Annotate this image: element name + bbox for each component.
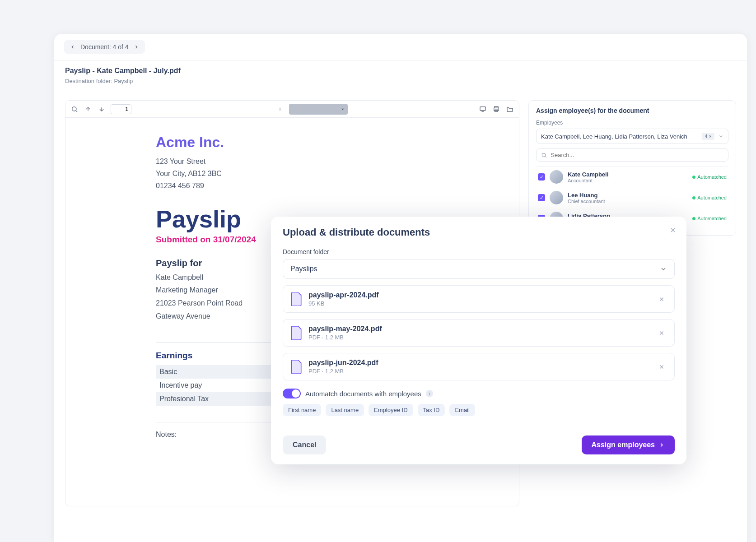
chevron-down-icon [718, 134, 723, 139]
page-number-input[interactable] [111, 104, 131, 114]
zoom-dropdown[interactable] [289, 104, 348, 115]
present-icon[interactable] [478, 105, 487, 114]
file-row: payslip-jun-2024.pdf PDF · 1.2 MB [283, 353, 675, 380]
assign-panel-title: Assign employee(s) for the document [536, 107, 728, 114]
search-icon [541, 152, 547, 158]
zoom-out-icon[interactable]: − [262, 105, 271, 114]
employee-role: Chief accountant [568, 199, 605, 204]
page-up-icon[interactable] [84, 105, 93, 114]
page-down-icon[interactable] [97, 105, 106, 114]
employee-checkbox[interactable]: ✓ [538, 194, 545, 201]
folder-label: Document folder [283, 248, 675, 255]
company-address: 123 Your Street Your City, AB12 3BC 0123… [156, 155, 429, 192]
criteria-pill[interactable]: Last name [326, 404, 364, 416]
employee-row[interactable]: ✓ Lee Huang Chief accountant Automatched [536, 187, 728, 208]
selected-employees-text: Kate Campbell, Lee Huang, Lidia Patterso… [541, 133, 687, 140]
file-name: Payslip - Kate Campbell - July.pdf [65, 67, 736, 75]
automatched-badge: Automatched [692, 216, 727, 221]
pdf-file-icon [290, 326, 302, 340]
employee-checkbox[interactable]: ✓ [538, 173, 545, 181]
folder-value: Payslips [290, 265, 317, 273]
search-input[interactable] [551, 152, 723, 158]
avatar [550, 170, 563, 184]
search-icon[interactable] [70, 105, 79, 114]
doc-position-text: Document: 4 of 4 [80, 43, 129, 51]
print-icon[interactable] [492, 105, 501, 114]
employees-label: Employees [536, 120, 728, 126]
subheader: Payslip - Kate Campbell - July.pdf Desti… [54, 60, 747, 91]
criteria-pill[interactable]: Employee ID [369, 404, 413, 416]
employee-row[interactable]: ✓ Kate Campbell Accountant Automatched [536, 167, 728, 187]
upload-modal: Upload & distribute documents Document f… [271, 217, 686, 464]
match-criteria-pills: First name Last name Employee ID Tax ID … [283, 404, 675, 416]
folder-select[interactable]: Payslips [283, 259, 675, 279]
top-bar: Document: 4 of 4 [54, 34, 747, 60]
prev-doc-button[interactable] [68, 42, 78, 52]
automatched-badge: Automatched [692, 174, 727, 180]
file-name: payslip-apr-2024.pdf [308, 291, 379, 299]
next-doc-button[interactable] [131, 42, 141, 52]
svg-rect-5 [480, 107, 485, 110]
svg-line-1 [76, 111, 77, 112]
file-name: payslip-jun-2024.pdf [308, 359, 378, 367]
assign-employee-panel: Assign employee(s) for the document Empl… [528, 100, 736, 236]
viewer-toolbar: − + [65, 101, 519, 118]
svg-marker-4 [342, 108, 344, 110]
modal-footer: Cancel Assign employees [283, 428, 675, 454]
automatch-toggle[interactable] [283, 389, 301, 398]
automatch-label: Automatch documents with employees [305, 390, 421, 398]
svg-line-11 [545, 156, 546, 157]
employee-name: Lee Huang [568, 192, 605, 199]
file-size: PDF · 1.2 MB [308, 334, 382, 341]
selected-count-chip: 4 × [702, 133, 714, 140]
company-name: Acme Inc. [156, 134, 429, 151]
svg-point-10 [542, 153, 546, 157]
doc-position-chip: Document: 4 of 4 [64, 40, 145, 54]
pdf-file-icon [290, 360, 302, 374]
file-row: payslip-apr-2024.pdf 95 KB [283, 285, 675, 313]
remove-file-button[interactable] [656, 361, 667, 372]
remove-file-button[interactable] [656, 294, 667, 305]
info-icon[interactable]: i [426, 390, 433, 397]
chevron-down-icon [660, 265, 667, 273]
employee-search[interactable] [536, 148, 728, 162]
file-size: 95 KB [308, 300, 379, 307]
modal-title: Upload & distribute documents [283, 227, 675, 238]
criteria-pill[interactable]: Email [449, 404, 475, 416]
destination-folder: Destination folder: Payslip [65, 78, 736, 84]
employees-dropdown[interactable]: Kate Campbell, Lee Huang, Lidia Patterso… [536, 129, 728, 144]
close-button[interactable] [667, 224, 679, 236]
pdf-file-icon [290, 292, 302, 306]
remove-file-button[interactable] [656, 328, 667, 338]
file-size: PDF · 1.2 MB [308, 368, 378, 375]
automatched-badge: Automatched [692, 195, 727, 200]
file-name: payslip-may-2024.pdf [308, 325, 382, 333]
file-row: payslip-may-2024.pdf PDF · 1.2 MB [283, 319, 675, 347]
criteria-pill[interactable]: First name [283, 404, 321, 416]
svg-point-0 [72, 107, 76, 111]
automatch-toggle-row: Automatch documents with employees i [283, 389, 675, 398]
zoom-in-icon[interactable]: + [275, 105, 285, 114]
assign-employees-button[interactable]: Assign employees [582, 435, 675, 454]
criteria-pill[interactable]: Tax ID [418, 404, 445, 416]
chevron-right-icon [658, 442, 665, 448]
avatar [550, 191, 563, 204]
cancel-button[interactable]: Cancel [283, 435, 326, 454]
employee-name: Kate Campbell [568, 171, 608, 178]
employee-role: Accountant [568, 178, 608, 183]
open-folder-icon[interactable] [505, 105, 514, 114]
